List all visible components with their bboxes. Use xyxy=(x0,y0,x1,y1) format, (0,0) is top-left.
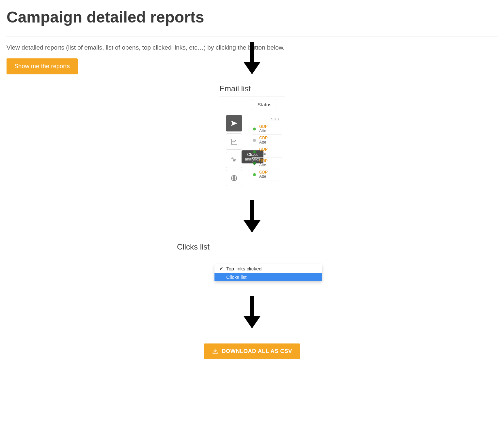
nav-chart-button[interactable] xyxy=(226,133,242,150)
check-icon: ✓ xyxy=(219,266,224,271)
table-row: GDPAtte xyxy=(252,146,282,158)
paper-plane-icon xyxy=(230,120,238,127)
title-rule xyxy=(7,37,497,37)
page-title: Campaign detailed reports xyxy=(7,8,497,26)
show-reports-label: Show me the reports xyxy=(14,63,70,70)
row-line2: Atte xyxy=(259,175,268,179)
row-line2: Atte xyxy=(259,140,268,144)
download-icon xyxy=(212,348,218,355)
status-dot-icon xyxy=(253,139,256,142)
table-row: GDPAtte xyxy=(252,123,282,135)
status-dot-icon xyxy=(253,150,256,153)
row-line2: Atte xyxy=(259,152,268,156)
nav-globe-button[interactable] xyxy=(226,170,242,186)
globe-icon xyxy=(230,175,238,182)
row-line2: Atte xyxy=(259,129,268,133)
svg-rect-0 xyxy=(250,42,254,65)
status-dot-icon xyxy=(253,162,256,165)
status-filter[interactable]: Status xyxy=(252,99,277,110)
svg-rect-5 xyxy=(250,296,254,319)
clicks-list-heading: Clicks list xyxy=(177,242,327,251)
report-side-nav xyxy=(226,115,242,186)
nav-send-button[interactable] xyxy=(226,115,242,131)
status-dot-icon xyxy=(253,173,256,176)
arrow-down-icon xyxy=(242,200,262,233)
top-rule xyxy=(7,0,497,0)
dropdown-option-top-links[interactable]: ✓ Top links clicked xyxy=(214,264,322,273)
download-csv-label: DOWNLOAD ALL AS CSV xyxy=(222,348,292,355)
table-row: GDPAtte xyxy=(252,158,282,169)
svg-marker-4 xyxy=(244,220,260,233)
svg-marker-6 xyxy=(244,316,260,328)
email-list-screenshot: Status Clicks xyxy=(219,115,281,190)
arrow-down-icon xyxy=(242,296,262,328)
svg-marker-1 xyxy=(244,62,260,74)
table-row: GDPAtte xyxy=(252,169,282,180)
arrow-down-icon xyxy=(242,42,262,74)
email-list-heading: Email list xyxy=(219,84,285,93)
cursor-click-icon xyxy=(230,156,238,163)
clicks-view-dropdown[interactable]: ✓ Top links clicked ✓ Clicks list xyxy=(214,264,322,281)
show-reports-button[interactable]: Show me the reports xyxy=(7,58,78,74)
email-list-table: SUB. GDPAtte GDPAtte GDPAtte xyxy=(252,115,282,180)
email-list-rule xyxy=(219,97,285,97)
table-row: GDPAtte xyxy=(252,135,282,146)
download-csv-button[interactable]: DOWNLOAD ALL AS CSV xyxy=(204,343,300,359)
dropdown-option-clicks-list[interactable]: ✓ Clicks list xyxy=(214,273,322,281)
row-line2: Atte xyxy=(259,163,268,167)
dropdown-option-label: Clicks list xyxy=(226,274,247,280)
dropdown-option-label: Top links clicked xyxy=(226,266,261,271)
line-chart-icon xyxy=(230,138,238,145)
section-underline xyxy=(214,282,322,286)
svg-rect-3 xyxy=(250,200,254,223)
status-dot-icon xyxy=(253,128,256,130)
nav-clicks-button[interactable] xyxy=(226,152,242,168)
table-header-sub: SUB. xyxy=(252,115,282,123)
